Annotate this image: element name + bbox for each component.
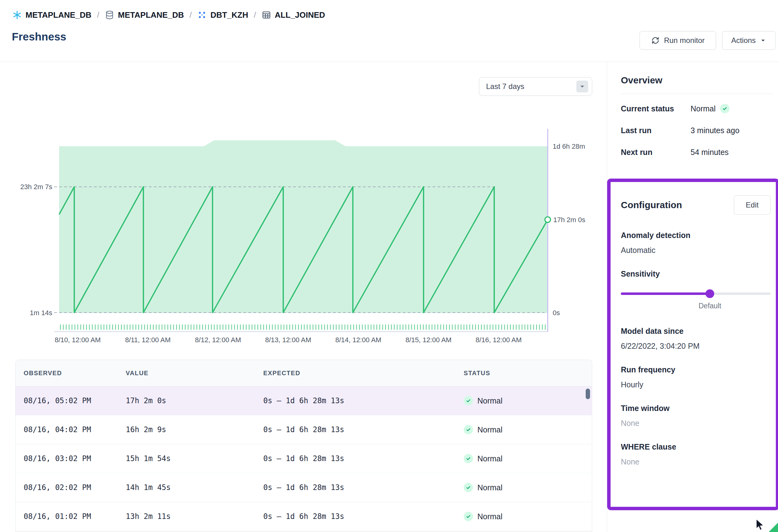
edit-configuration-button[interactable]: Edit [734,195,771,215]
top-bar: METAPLANE_DB/METAPLANE_DB/DBT_KZH/ALL_JO… [0,0,778,62]
value-cell: 15h 1m 54s [126,444,263,473]
overview-rows: Current statusNormalLast run3 minutes ag… [621,98,773,163]
table-icon [262,10,271,20]
check-icon [464,396,473,406]
breadcrumb-label: ALL_JOINED [275,10,325,20]
svg-text:8/16, 12:00 AM: 8/16, 12:00 AM [475,336,522,344]
breadcrumb-separator: / [254,10,256,20]
svg-text:8/13, 12:00 AM: 8/13, 12:00 AM [265,336,311,344]
table-row[interactable]: 08/16, 03:02 PM15h 1m 54s0s – 1d 6h 28m … [15,444,592,473]
table-row[interactable]: 08/16, 04:02 PM16h 2m 9s0s – 1d 6h 28m 1… [15,415,592,444]
run-monitor-button[interactable]: Run monitor [639,31,716,50]
status-cell: Normal [464,415,592,444]
configuration-section: Configuration Edit Anomaly detectionAuto… [621,195,771,480]
status-label: Normal [477,425,502,434]
svg-text:23h 2m 7s: 23h 2m 7s [20,183,52,191]
monitor-table-body: 08/16, 05:02 PM17h 2m 0s0s – 1d 6h 28m 1… [15,386,592,531]
sensitivity-slider[interactable] [621,292,771,295]
config-fields: Anomaly detectionAutomaticSensitivityDef… [621,230,771,467]
breadcrumb-item[interactable]: DBT_KZH [197,10,248,20]
breadcrumb-label: METAPLANE_DB [118,10,184,20]
expected-cell: 0s – 1d 6h 28m 13s [263,386,464,415]
config-field-label: Model data since [621,326,771,336]
slider-caption: Default [699,302,721,310]
slider-handle[interactable] [705,289,714,298]
actions-label: Actions [731,36,756,45]
check-icon [464,454,473,463]
svg-text:0s: 0s [553,309,560,317]
config-field: SensitivityDefault [621,269,771,313]
overview-divider [621,94,773,94]
observed-cell: 08/16, 02:02 PM [15,473,126,502]
config-field: WHERE clauseNone [621,442,771,467]
status-cell: Normal [464,386,592,415]
check-icon [464,512,473,521]
page-title: Freshness [12,30,66,43]
freshness-monitor-page: METAPLANE_DB/METAPLANE_DB/DBT_KZH/ALL_JO… [0,0,778,532]
expected-cell: 0s – 1d 6h 28m 13s [263,473,464,502]
observed-cell: 08/16, 05:02 PM [15,386,126,415]
svg-text:8/11, 12:00 AM: 8/11, 12:00 AM [125,336,170,344]
overview-row: Last run3 minutes ago [621,119,773,141]
table-row[interactable]: 08/16, 01:02 PM13h 2m 11s0s – 1d 6h 28m … [15,502,592,531]
breadcrumb-label: DBT_KZH [210,10,248,20]
config-field: Run frequencyHourly [621,365,771,389]
status-cell: Normal [464,473,592,502]
expected-cell: 0s – 1d 6h 28m 13s [263,444,464,473]
freshness-chart: 1d 6h 28m17h 2m 0s0s23h 2m 7s1m 14s8/10,… [19,124,591,348]
svg-text:8/14, 12:00 AM: 8/14, 12:00 AM [335,336,381,344]
sidebar: Overview Current statusNormalLast run3 m… [607,62,778,532]
overview-section: Overview Current statusNormalLast run3 m… [621,75,773,163]
status-cell: Normal [464,502,592,531]
value-cell: 17h 2m 0s [126,386,263,415]
config-field-value: Hourly [621,379,771,389]
value-cell: 16h 2m 9s [126,415,263,444]
database-icon [105,10,114,20]
actions-button[interactable]: Actions [722,31,776,50]
svg-text:17h 2m 0s: 17h 2m 0s [553,216,586,224]
config-field-label: Anomaly detection [621,230,771,240]
column-header-expected: EXPECTED [263,360,464,386]
chevron-down-icon [576,81,588,92]
observed-cell: 08/16, 03:02 PM [15,444,126,473]
table-row[interactable]: 08/16, 02:02 PM14h 1m 45s0s – 1d 6h 28m … [15,473,592,502]
config-field: Anomaly detectionAutomatic [621,230,771,255]
config-field-value: None [621,418,771,428]
breadcrumb-item[interactable]: METAPLANE_DB [12,10,91,20]
observed-cell: 08/16, 04:02 PM [15,415,126,444]
config-field-label: Time window [621,403,771,413]
time-range-select[interactable]: Last 7 days [479,77,592,96]
svg-text:8/10, 12:00 AM: 8/10, 12:00 AM [55,336,101,344]
svg-text:8/12, 12:00 AM: 8/12, 12:00 AM [195,336,241,344]
refresh-icon [651,36,660,45]
overview-row-label: Last run [621,126,691,135]
value-cell: 13h 2m 11s [126,502,263,531]
breadcrumb-separator: / [189,10,192,20]
observed-cell: 08/16, 01:02 PM [15,502,126,531]
config-field-value: Automatic [621,245,771,255]
table-scrollbar-thumb[interactable] [586,388,590,399]
status-label: Normal [477,396,502,406]
breadcrumb-separator: / [97,10,99,20]
breadcrumb-item[interactable]: METAPLANE_DB [105,10,184,20]
column-header-observed: OBSERVED [15,360,126,386]
check-icon [464,483,473,492]
dbt-icon [197,10,207,20]
config-field: Time windowNone [621,403,771,428]
breadcrumb: METAPLANE_DB/METAPLANE_DB/DBT_KZH/ALL_JO… [12,8,325,22]
config-field-value: 6/22/2022, 3:04:20 PM [621,341,771,351]
overview-row-label: Current status [621,104,691,113]
breadcrumb-item[interactable]: ALL_JOINED [262,10,325,20]
status-cell: Normal [464,444,592,473]
configuration-heading: Configuration [621,200,682,210]
overview-row-label: Next run [621,148,691,157]
config-field: Model data since6/22/2022, 3:04:20 PM [621,326,771,351]
status-label: Normal [477,483,502,492]
expected-cell: 0s – 1d 6h 28m 13s [263,415,464,444]
snowflake-icon [12,10,22,20]
table-row[interactable]: 08/16, 05:02 PM17h 2m 0s0s – 1d 6h 28m 1… [15,386,592,415]
time-range-value: Last 7 days [486,82,524,91]
caret-down-icon [760,37,766,43]
svg-text:1m 14s: 1m 14s [30,309,52,317]
svg-text:1d 6h 28m: 1d 6h 28m [553,143,585,150]
